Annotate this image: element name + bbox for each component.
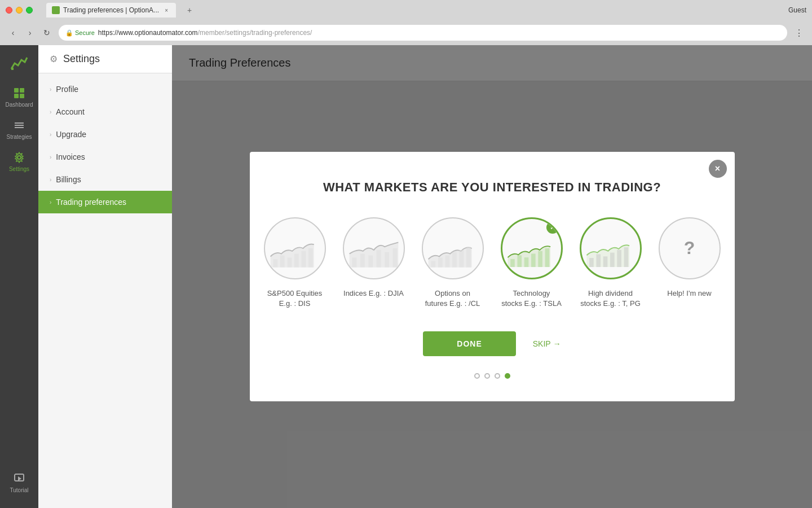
back-button[interactable]: ‹ xyxy=(6,25,20,40)
trading-preferences-label: Trading preferences xyxy=(56,198,126,207)
sidebar-nav-profile[interactable]: › Profile xyxy=(38,78,172,100)
maximize-traffic-light[interactable] xyxy=(26,7,33,14)
market-option-new[interactable]: ? Help! I'm new xyxy=(659,217,721,309)
svg-rect-39 xyxy=(610,252,615,267)
svg-rect-25 xyxy=(438,257,442,267)
page-layout: Dashboard Strategies xyxy=(0,45,812,508)
new-label: Help! I'm new xyxy=(667,288,711,299)
svg-rect-38 xyxy=(603,256,607,267)
market-circle-new: ? xyxy=(659,217,721,279)
close-traffic-light[interactable] xyxy=(6,7,12,14)
svg-rect-31 xyxy=(517,255,522,267)
settings-label: Settings xyxy=(9,166,29,172)
dot-2 xyxy=(484,373,490,379)
logo-icon xyxy=(9,53,29,73)
done-button[interactable]: DONE xyxy=(423,331,515,356)
sidebar-nav-upgrade[interactable]: › Upgrade xyxy=(38,123,172,146)
dividend-chart xyxy=(581,217,640,279)
url-domain: https://www.optionautomator.com xyxy=(98,29,198,37)
options-chart xyxy=(423,217,483,279)
skip-link[interactable]: SKIP → xyxy=(533,339,561,348)
address-bar[interactable]: 🔒 Secure https://www.optionautomator.com… xyxy=(59,25,787,41)
guest-label: Guest xyxy=(788,6,806,14)
browser-tab[interactable]: Trading preferences | OptionA... × xyxy=(46,3,176,17)
main-content: Trading Preferences × WHAT MARKETS ARE Y… xyxy=(172,45,812,508)
svg-rect-40 xyxy=(617,250,621,267)
full-sidebar: Dashboard Strategies xyxy=(0,45,172,508)
svg-rect-23 xyxy=(392,248,397,268)
svg-marker-11 xyxy=(18,476,21,481)
market-option-sp500[interactable]: S&P500 Equities E.g. : DIS xyxy=(264,217,326,309)
svg-rect-2 xyxy=(14,88,19,93)
dot-4 xyxy=(505,373,510,379)
sidebar-nav-billings[interactable]: › Billings xyxy=(38,168,172,191)
new-tab-button[interactable]: + xyxy=(183,3,196,17)
modal-overlay: × WHAT MARKETS ARE YOU INTERESTED IN TRA… xyxy=(172,45,812,508)
svg-rect-12 xyxy=(273,259,277,267)
svg-rect-3 xyxy=(20,88,24,93)
svg-rect-16 xyxy=(301,251,306,268)
tech-label: Technology stocks E.g. : TSLA xyxy=(501,288,562,309)
skip-arrow-icon: → xyxy=(553,339,561,348)
svg-rect-19 xyxy=(360,253,364,267)
svg-rect-24 xyxy=(431,261,435,268)
sidebar-nav-account[interactable]: › Account xyxy=(38,100,172,123)
upgrade-label: Upgrade xyxy=(56,130,86,139)
indices-chart xyxy=(344,217,404,279)
lock-icon: 🔒 xyxy=(65,29,73,37)
options-label: Options on futures E.g. : /CL xyxy=(425,288,480,309)
chevron-icon: › xyxy=(50,199,51,205)
market-circle-indices xyxy=(343,217,405,279)
settings-icon xyxy=(13,151,25,164)
market-option-dividend[interactable]: High dividend stocks E.g. : T, PG xyxy=(580,217,642,309)
strategies-icon xyxy=(13,119,25,132)
svg-rect-32 xyxy=(524,257,528,267)
account-label: Account xyxy=(56,107,85,116)
svg-rect-13 xyxy=(280,255,284,267)
svg-rect-27 xyxy=(452,252,457,268)
sidebar-item-settings[interactable]: Settings xyxy=(0,146,38,178)
sidebar-item-strategies[interactable]: Strategies xyxy=(0,113,38,146)
market-circle-sp500 xyxy=(264,217,326,279)
browser-menu-button[interactable]: ⋮ xyxy=(792,25,806,40)
browser-addressbar: ‹ › ↻ 🔒 Secure https://www.optionautomat… xyxy=(0,20,812,45)
app-logo xyxy=(7,51,32,76)
browser-chrome: Trading preferences | OptionA... × + Gue… xyxy=(0,0,812,45)
modal-close-button[interactable]: × xyxy=(709,160,727,178)
tab-close-button[interactable]: × xyxy=(162,6,170,14)
svg-rect-33 xyxy=(531,253,536,267)
chevron-icon: › xyxy=(50,154,51,160)
sidebar-item-dashboard[interactable]: Dashboard xyxy=(0,81,38,113)
market-circle-tech: ✓ xyxy=(501,217,563,279)
settings-gear-icon: ⚙ xyxy=(50,54,58,64)
market-option-options[interactable]: Options on futures E.g. : /CL xyxy=(422,217,484,309)
chevron-icon: › xyxy=(50,109,51,115)
market-options: S&P500 Equities E.g. : DIS xyxy=(264,217,721,309)
refresh-button[interactable]: ↻ xyxy=(39,25,54,40)
minimize-traffic-light[interactable] xyxy=(16,7,23,14)
tab-favicon xyxy=(52,6,60,14)
svg-rect-30 xyxy=(510,259,515,267)
svg-rect-5 xyxy=(20,94,24,98)
svg-rect-14 xyxy=(287,257,292,267)
modal-title: WHAT MARKETS ARE YOU INTERESTED IN TRADI… xyxy=(323,180,661,195)
settings-panel: ⚙ Settings › Profile › Account › Upgrade xyxy=(38,45,172,508)
svg-rect-17 xyxy=(308,248,313,268)
svg-point-9 xyxy=(17,156,21,159)
market-circle-dividend xyxy=(580,217,642,279)
sidebar-item-tutorial[interactable]: Tutorial xyxy=(0,467,38,499)
settings-nav: › Profile › Account › Upgrade › Invoices… xyxy=(38,73,172,218)
svg-rect-4 xyxy=(14,94,19,98)
svg-rect-28 xyxy=(459,250,464,268)
dot-1 xyxy=(474,373,480,379)
market-option-tech[interactable]: ✓ xyxy=(501,217,563,309)
tutorial-icon xyxy=(13,472,25,485)
sidebar-nav-trading-preferences[interactable]: › Trading preferences xyxy=(38,191,172,213)
market-circle-options xyxy=(422,217,484,279)
svg-rect-15 xyxy=(294,253,299,267)
forward-button[interactable]: › xyxy=(23,25,37,40)
dashboard-label: Dashboard xyxy=(6,102,33,108)
pagination-dots xyxy=(474,373,510,379)
market-option-indices[interactable]: Indices E.g. : DJIA xyxy=(343,217,405,309)
sidebar-nav-invoices[interactable]: › Invoices xyxy=(38,146,172,168)
